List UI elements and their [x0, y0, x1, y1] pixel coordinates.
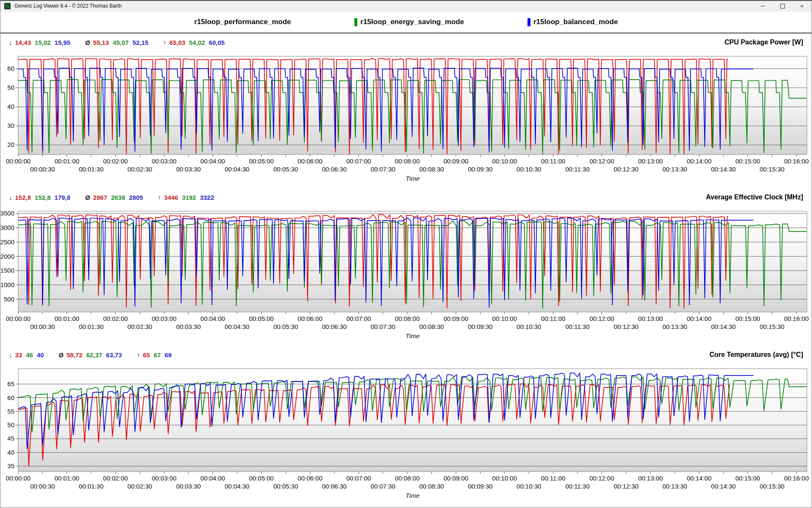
svg-text:55: 55 [7, 408, 14, 415]
maximize-button[interactable] [773, 1, 792, 11]
legend-item-performance[interactable]: r15loop_performance_mode [194, 18, 291, 26]
stat-min-balanced: 15,95 [55, 39, 71, 46]
svg-text:00:05:00: 00:05:00 [249, 315, 273, 322]
stat-avg-performance: 55,13 [93, 39, 109, 46]
svg-text:00:00:30: 00:00:30 [30, 323, 55, 330]
stat-avg-balanced: 2805 [129, 194, 143, 201]
svg-text:00:10:30: 00:10:30 [516, 323, 541, 330]
stat-min-balanced: 179,8 [55, 194, 71, 201]
svg-text:00:08:30: 00:08:30 [419, 483, 444, 490]
svg-text:00:05:00: 00:05:00 [249, 157, 273, 165]
svg-text:00:03:00: 00:03:00 [152, 157, 176, 165]
stat-min-energy: 152,8 [35, 194, 51, 201]
svg-text:00:15:30: 00:15:30 [760, 166, 784, 173]
svg-text:00:09:00: 00:09:00 [444, 315, 468, 322]
svg-text:00:06:30: 00:06:30 [322, 483, 347, 490]
svg-text:00:08:00: 00:08:00 [395, 475, 420, 482]
stat-avg-performance: 58,72 [66, 351, 83, 359]
svg-text:00:14:00: 00:14:00 [687, 315, 711, 322]
svg-text:00:04:00: 00:04:00 [200, 157, 225, 165]
avg-icon: Ø [85, 39, 90, 46]
svg-text:00:15:00: 00:15:00 [735, 475, 760, 482]
stat-max-balanced: 3322 [200, 194, 214, 201]
svg-text:00:02:00: 00:02:00 [103, 315, 128, 322]
svg-text:00:07:00: 00:07:00 [346, 475, 371, 482]
app-window: Generic Log Viewer 6.4 - © 2022 Thomas B… [0, 0, 812, 508]
effective-clock-plot[interactable]: 35003000250020001500100050000:00:0000:00… [0, 203, 812, 342]
svg-text:00:04:00: 00:04:00 [200, 315, 225, 322]
svg-text:00:12:30: 00:12:30 [614, 483, 638, 490]
legend-color-marker [354, 18, 357, 26]
max-icon: ↑ [158, 194, 161, 201]
svg-text:00:08:30: 00:08:30 [419, 323, 444, 330]
svg-text:00:07:30: 00:07:30 [370, 166, 395, 173]
svg-text:Time: Time [406, 492, 420, 499]
min-icon: ↓ [9, 39, 12, 46]
svg-text:2000: 2000 [0, 253, 14, 260]
svg-text:00:13:00: 00:13:00 [638, 315, 663, 322]
svg-text:00:15:00: 00:15:00 [735, 157, 760, 165]
stat-min-energy: 15,02 [35, 39, 51, 46]
core-temps-plot[interactable]: 6560555045403500:00:0000:00:3000:01:0000… [0, 360, 812, 502]
stat-avg-balanced: 63,73 [106, 351, 122, 359]
svg-text:00:04:30: 00:04:30 [225, 323, 249, 330]
svg-text:00:13:00: 00:13:00 [638, 475, 663, 482]
svg-text:00:14:00: 00:14:00 [687, 475, 711, 482]
svg-text:00:09:00: 00:09:00 [444, 475, 468, 482]
chart-title-effective-clock: Average Effective Clock [MHz] [706, 193, 803, 201]
svg-text:00:01:30: 00:01:30 [79, 323, 103, 330]
cpu-power-plot[interactable]: 605040302000:00:0000:00:3000:01:0000:01:… [0, 48, 812, 185]
close-button[interactable]: × [792, 1, 812, 11]
svg-text:00:09:00: 00:09:00 [444, 157, 468, 165]
window-title: Generic Log Viewer 6.4 - © 2022 Thomas B… [14, 3, 122, 9]
legend-label: r15loop_performance_mode [194, 18, 291, 26]
legend-color-marker [528, 18, 530, 26]
svg-text:00:07:00: 00:07:00 [346, 157, 371, 165]
svg-text:00:02:00: 00:02:00 [103, 157, 128, 165]
stat-max-performance: 65 [143, 351, 150, 359]
svg-text:00:07:30: 00:07:30 [370, 483, 395, 490]
svg-text:45: 45 [7, 435, 14, 442]
svg-text:35: 35 [7, 462, 14, 469]
legend-item-energy-saving[interactable]: r15loop_energy_saving_mode [354, 18, 464, 26]
svg-text:1500: 1500 [0, 267, 14, 274]
svg-text:00:11:00: 00:11:00 [541, 475, 565, 482]
svg-text:00:06:30: 00:06:30 [322, 166, 347, 173]
svg-text:00:16:00: 00:16:00 [784, 475, 809, 482]
svg-text:00:00:30: 00:00:30 [30, 166, 55, 173]
legend-label: r15loop_energy_saving_mode [360, 18, 464, 26]
stat-max-balanced: 60,05 [209, 39, 225, 46]
svg-text:00:15:30: 00:15:30 [760, 483, 784, 490]
stat-min-performance: 14,43 [15, 39, 31, 46]
svg-text:00:09:30: 00:09:30 [468, 483, 492, 490]
stat-avg-energy: 2638 [111, 194, 125, 201]
max-icon: ↑ [163, 39, 166, 46]
svg-text:00:11:30: 00:11:30 [566, 166, 590, 173]
svg-text:00:14:30: 00:14:30 [711, 323, 736, 330]
svg-text:00:16:00: 00:16:00 [784, 157, 809, 165]
avg-icon: Ø [85, 194, 90, 201]
svg-text:00:08:00: 00:08:00 [395, 157, 420, 165]
stats-row: ↓ 33 46 40 Ø 58,72 62,37 63,73 ↑ 65 67 6… [0, 349, 812, 360]
svg-text:60: 60 [7, 65, 14, 72]
svg-text:00:08:30: 00:08:30 [419, 166, 444, 173]
svg-text:00:08:00: 00:08:00 [395, 315, 420, 322]
stats-row: ↓ 14,43 15,02 15,95 Ø 55,13 45,07 52,15 … [0, 37, 812, 48]
svg-text:3500: 3500 [0, 210, 14, 217]
svg-text:00:01:00: 00:01:00 [55, 315, 79, 322]
svg-text:00:13:00: 00:13:00 [638, 157, 663, 165]
svg-text:00:05:30: 00:05:30 [273, 483, 298, 490]
chart-block-effective-clock: ↓ 152,8 152,8 179,8 Ø 2867 2638 2805 ↑ 3… [0, 192, 812, 342]
svg-text:00:02:30: 00:02:30 [127, 166, 152, 173]
legend-item-balanced[interactable]: r15loop_balanced_mode [528, 18, 618, 26]
svg-text:00:04:30: 00:04:30 [225, 166, 249, 173]
svg-text:00:10:00: 00:10:00 [492, 315, 517, 322]
minimize-button[interactable] [753, 1, 773, 11]
stat-max-energy: 67 [154, 351, 161, 359]
max-icon: ↑ [137, 351, 140, 359]
svg-text:00:03:30: 00:03:30 [176, 483, 201, 490]
svg-text:00:03:00: 00:03:00 [152, 315, 176, 322]
stat-min-performance: 152,8 [15, 194, 31, 201]
avg-icon: Ø [59, 351, 64, 359]
svg-text:00:01:00: 00:01:00 [55, 475, 79, 482]
